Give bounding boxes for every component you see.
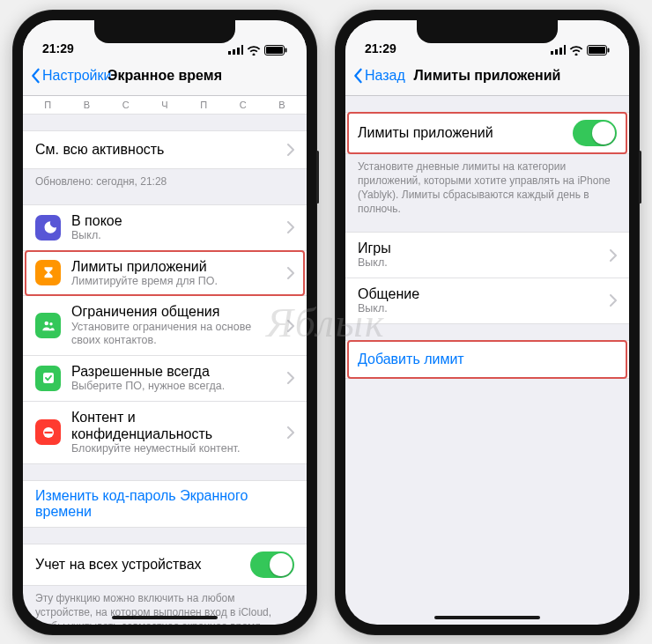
svg-point-3 [44, 321, 48, 325]
svg-rect-1 [266, 47, 283, 54]
weekday-row: П В С Ч П С В [23, 96, 307, 115]
app-limits-switch-row[interactable]: Лимиты приложений [345, 112, 629, 154]
app-limits-switch-hint: Установите дневные лимиты на категории п… [345, 154, 629, 217]
svg-point-4 [49, 322, 52, 325]
chevron-right-icon [287, 221, 294, 233]
chevron-right-icon [287, 267, 294, 279]
downtime-row[interactable]: В покое Выкл. [23, 204, 307, 251]
nav-back-label: Настройки [42, 68, 111, 84]
chevron-right-icon [287, 320, 294, 332]
nav-back-button[interactable]: Назад [352, 68, 405, 84]
see-all-activity-row[interactable]: См. всю активность [23, 130, 307, 169]
check-icon [35, 366, 61, 391]
signal-icon [551, 45, 566, 55]
people-icon [35, 313, 61, 338]
no-entry-icon [35, 419, 61, 445]
battery-icon [587, 45, 610, 56]
updated-label: Обновлено: сегодня, 21:28 [23, 169, 307, 189]
always-allowed-row[interactable]: Разрешенные всегда Выберите ПО, нужное в… [23, 356, 307, 402]
battery-icon [264, 45, 287, 56]
share-across-devices-row[interactable]: Учет на всех устройствах [23, 544, 307, 586]
svg-rect-10 [608, 48, 610, 52]
communication-limits-row[interactable]: Ограничения общения Установите ограничен… [23, 296, 307, 355]
app-limits-switch[interactable] [573, 120, 617, 146]
category-row-games[interactable]: Игры Выкл. [345, 232, 629, 278]
change-passcode-label: Изменить код-пароль Экранного времени [35, 488, 294, 520]
wifi-icon [247, 45, 261, 56]
share-across-devices-switch[interactable] [250, 551, 294, 578]
nav-back-label: Назад [365, 68, 405, 84]
chevron-left-icon [30, 68, 41, 84]
category-row-social[interactable]: Общение Выкл. [345, 278, 629, 324]
home-indicator[interactable] [112, 616, 218, 619]
signal-icon [228, 45, 243, 55]
phone-frame-left: 21:29 Настройки Экранное время П В [12, 10, 317, 635]
wifi-icon [569, 45, 583, 56]
change-passcode-button[interactable]: Изменить код-пароль Экранного времени [23, 480, 307, 528]
status-time: 21:29 [42, 41, 74, 56]
add-limit-button[interactable]: Добавить лимит [345, 340, 629, 379]
content-privacy-row[interactable]: Контент и конфиденциальность Блокируйте … [23, 402, 307, 464]
nav-bar: Назад Лимиты приложений [345, 57, 629, 96]
chevron-left-icon [352, 68, 363, 84]
status-time: 21:29 [365, 41, 396, 56]
add-limit-label: Добавить лимит [358, 352, 464, 367]
chevron-right-icon [287, 372, 294, 384]
moon-icon [35, 215, 61, 241]
phone-frame-right: 21:29 Назад Лимиты приложений Лими [335, 10, 640, 635]
svg-rect-9 [589, 47, 605, 54]
svg-rect-2 [285, 48, 287, 52]
notch [417, 20, 558, 43]
app-limits-row[interactable]: Лимиты приложений Лимитируйте время для … [23, 251, 307, 297]
chevron-right-icon [287, 144, 294, 156]
chevron-right-icon [610, 249, 617, 262]
svg-rect-7 [44, 431, 52, 433]
nav-bar: Настройки Экранное время [23, 57, 307, 96]
notch [94, 20, 235, 43]
hourglass-icon [35, 260, 61, 285]
chevron-right-icon [610, 294, 617, 307]
see-all-activity-label: См. всю активность [35, 141, 287, 158]
chevron-right-icon [287, 426, 294, 439]
nav-back-button[interactable]: Настройки [30, 68, 111, 84]
home-indicator[interactable] [434, 616, 540, 619]
